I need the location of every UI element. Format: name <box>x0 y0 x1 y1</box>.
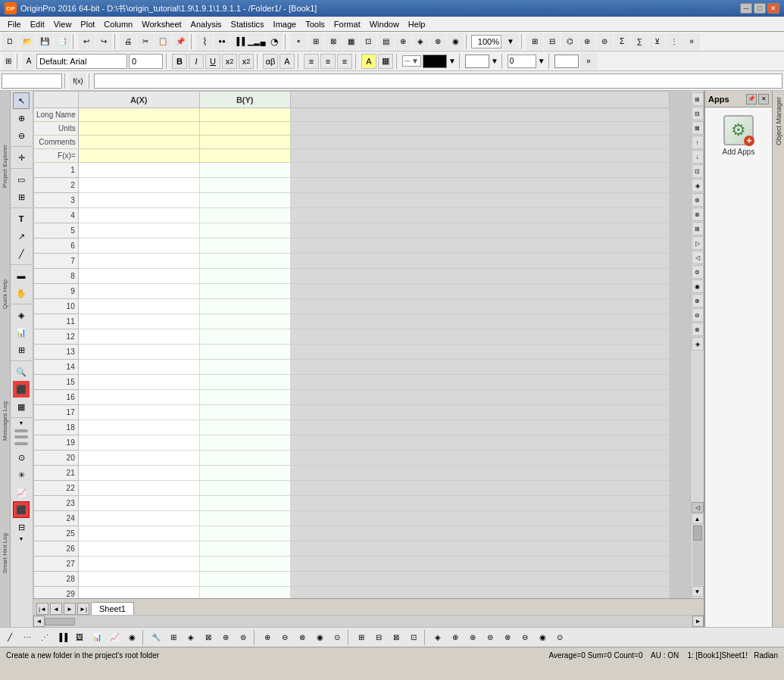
bt-btn-25[interactable]: ⊕ <box>447 629 464 646</box>
misc-btn-4[interactable]: ⊛ <box>579 33 595 50</box>
paste-btn[interactable]: 📌 <box>172 33 189 50</box>
misc-btn-2[interactable]: ⊟ <box>544 33 561 50</box>
bt-btn-20[interactable]: ⊞ <box>353 629 370 646</box>
plot-pie-btn[interactable]: ◔ <box>266 33 283 50</box>
plot-bar-btn[interactable]: ▐▐ <box>231 33 248 50</box>
number-format-input[interactable] <box>508 55 536 68</box>
cell-a27[interactable] <box>78 557 199 572</box>
cell-a7[interactable] <box>78 254 199 269</box>
bt-btn-23[interactable]: ⊡ <box>405 629 422 646</box>
tb-btn-j[interactable]: ◉ <box>447 33 464 50</box>
comments-b[interactable] <box>199 136 290 149</box>
vscroll-track[interactable] <box>692 525 703 585</box>
cell-a29[interactable] <box>78 587 199 599</box>
undo-btn[interactable]: ↩ <box>78 33 95 50</box>
plot-scatter-btn[interactable]: ●● <box>214 33 230 50</box>
tb-btn-h[interactable]: ◈ <box>412 33 429 50</box>
subscript-btn[interactable]: x2 <box>222 54 237 69</box>
underline-btn[interactable]: U <box>205 54 220 69</box>
cell-b22[interactable] <box>199 481 290 496</box>
line-tool[interactable]: ╱ <box>13 245 30 262</box>
cell-a9[interactable] <box>78 284 199 299</box>
font-toolbar-more[interactable]: ⊞ <box>3 53 14 70</box>
bt-btn-3[interactable]: ⋰ <box>36 629 53 646</box>
bt-btn-30[interactable]: ◉ <box>534 629 551 646</box>
menu-view[interactable]: View <box>49 18 77 30</box>
menu-help[interactable]: Help <box>404 18 430 30</box>
plot-col-btn[interactable]: ▁▂▄ <box>248 33 265 50</box>
open-btn[interactable]: 📂 <box>19 33 36 50</box>
cell-a23[interactable] <box>78 496 199 511</box>
rp-btn-18[interactable]: ◈ <box>692 337 704 351</box>
zoom-dropdown-btn[interactable]: ▼ <box>502 33 519 50</box>
menu-format[interactable]: Format <box>330 18 365 30</box>
style-icon[interactable]: A <box>23 53 35 70</box>
toolbar2-expand[interactable]: » <box>580 53 597 70</box>
sheet-nav-last[interactable]: ►| <box>77 603 89 615</box>
tb-btn-d[interactable]: ▦ <box>342 33 359 50</box>
expand-left-btn[interactable]: ▼ <box>13 420 30 425</box>
rp-btn-6[interactable]: ⊡ <box>692 164 704 178</box>
expand-left-btn2[interactable]: ▼ <box>13 536 30 541</box>
rp-expand[interactable]: ◁ <box>692 502 704 513</box>
clock-btn[interactable]: ⊙ <box>13 449 30 466</box>
cell-b3[interactable] <box>199 193 290 208</box>
cell-b29[interactable] <box>199 587 290 599</box>
tb-btn-e[interactable]: ⊡ <box>360 33 376 50</box>
cell-b20[interactable] <box>199 451 290 466</box>
cell-a4[interactable] <box>78 208 199 223</box>
cell-b19[interactable] <box>199 435 290 451</box>
border-color-btn[interactable]: ▦ <box>378 54 393 69</box>
align-center-btn[interactable]: ≡ <box>320 54 336 69</box>
restore-button[interactable]: □ <box>754 3 766 14</box>
new-project-btn[interactable]: 🗋 <box>2 33 18 50</box>
bt-btn-21[interactable]: ⊟ <box>370 629 387 646</box>
bt-btn-9[interactable]: 🔧 <box>148 629 164 646</box>
zoom-out-tool[interactable]: ⊖ <box>13 127 30 144</box>
rp-btn-3[interactable]: ⊠ <box>692 121 704 135</box>
move-tool[interactable]: ✛ <box>13 149 30 166</box>
plot-line-btn[interactable]: ⌇ <box>196 33 213 50</box>
bt-btn-17[interactable]: ⊗ <box>294 629 311 646</box>
formula-btn[interactable]: f(x) <box>70 73 86 89</box>
rp-btn-9[interactable]: ⊗ <box>692 207 704 221</box>
window-controls[interactable]: ─ □ ✕ <box>740 3 779 14</box>
misc-btn-3[interactable]: ⌬ <box>561 33 578 50</box>
cell-a8[interactable] <box>78 269 199 284</box>
units-a[interactable] <box>78 122 199 136</box>
bold-btn[interactable]: B <box>172 54 187 69</box>
cell-a16[interactable] <box>78 390 199 405</box>
cell-a21[interactable] <box>78 466 199 481</box>
rp-btn-11[interactable]: ▷ <box>692 236 704 250</box>
rp-scroll-down[interactable]: ▼ <box>692 586 704 597</box>
graph-btn[interactable]: 📊 <box>13 324 30 341</box>
menu-image[interactable]: Image <box>269 18 301 30</box>
menu-worksheet[interactable]: Worksheet <box>137 18 186 30</box>
misc-btn-1[interactable]: ⊞ <box>526 33 543 50</box>
menu-statistics[interactable]: Statistics <box>226 18 269 30</box>
bt-btn-29[interactable]: ⊖ <box>517 629 533 646</box>
cell-a6[interactable] <box>78 239 199 254</box>
cell-a12[interactable] <box>78 329 199 345</box>
cell-a20[interactable] <box>78 451 199 466</box>
cell-b1[interactable] <box>199 163 290 178</box>
rp-btn-5[interactable]: ↓ <box>692 150 704 164</box>
cell-a15[interactable] <box>78 375 199 390</box>
misc-btn-5[interactable]: ⊜ <box>596 33 613 50</box>
close-button[interactable]: ✕ <box>767 3 779 14</box>
bt-btn-8[interactable]: ◉ <box>123 629 140 646</box>
tb-btn-a[interactable]: ⚬ <box>290 33 307 50</box>
bt-btn-27[interactable]: ⊜ <box>482 629 498 646</box>
add-apps-button[interactable]: ⚙ + Add Apps <box>723 115 755 156</box>
smart-hint-label[interactable]: Smart Hint Log <box>2 532 8 575</box>
cell-b17[interactable] <box>199 405 290 420</box>
cell-b14[interactable] <box>199 360 290 375</box>
color-btn-left[interactable]: ⬛ <box>13 381 30 398</box>
align-right-btn[interactable]: ≡ <box>337 54 352 69</box>
rp-btn-17[interactable]: ⊗ <box>692 323 704 336</box>
cell-a1[interactable] <box>78 163 199 178</box>
tb-btn-f[interactable]: ▤ <box>377 33 394 50</box>
bt-btn-14[interactable]: ⊜ <box>235 629 251 646</box>
sheet-tab-sheet1[interactable]: Sheet1 <box>91 602 134 615</box>
cell-a17[interactable] <box>78 405 199 420</box>
